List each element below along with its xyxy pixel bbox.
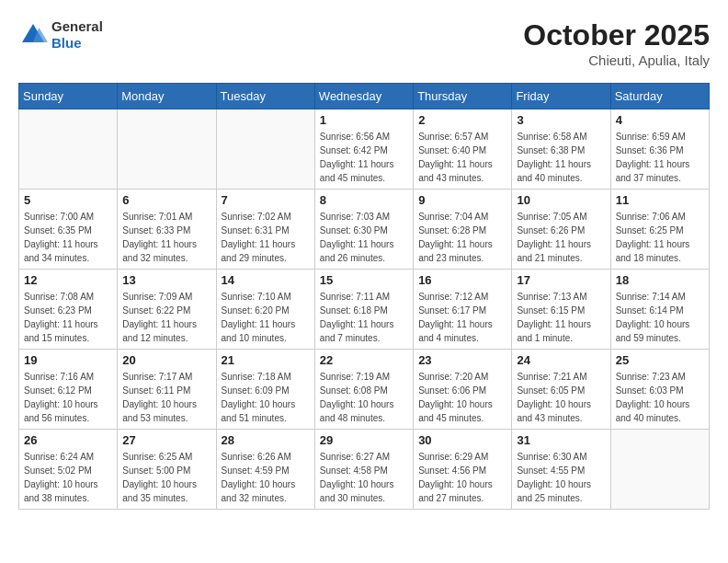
- weekday-header-thursday: Thursday: [414, 84, 512, 109]
- weekday-header-row: SundayMondayTuesdayWednesdayThursdayFrid…: [19, 84, 710, 109]
- calendar-cell: 18Sunrise: 7:14 AM Sunset: 6:14 PM Dayli…: [610, 270, 709, 350]
- day-number: 11: [616, 193, 704, 207]
- day-info: Sunrise: 7:14 AM Sunset: 6:14 PM Dayligh…: [616, 290, 704, 345]
- day-info: Sunrise: 7:11 AM Sunset: 6:18 PM Dayligh…: [320, 290, 408, 345]
- calendar-cell: 17Sunrise: 7:13 AM Sunset: 6:15 PM Dayli…: [512, 270, 610, 350]
- calendar-cell: 1Sunrise: 6:56 AM Sunset: 6:42 PM Daylig…: [314, 109, 413, 190]
- day-info: Sunrise: 6:29 AM Sunset: 4:56 PM Dayligh…: [418, 450, 506, 505]
- day-number: 6: [122, 193, 210, 207]
- location-subtitle: Chieuti, Apulia, Italy: [523, 52, 710, 68]
- day-number: 3: [517, 113, 605, 127]
- day-number: 19: [24, 353, 112, 367]
- day-info: Sunrise: 7:08 AM Sunset: 6:23 PM Dayligh…: [24, 290, 112, 345]
- day-info: Sunrise: 7:21 AM Sunset: 6:05 PM Dayligh…: [517, 370, 605, 425]
- calendar-cell: 26Sunrise: 6:24 AM Sunset: 5:02 PM Dayli…: [19, 430, 118, 510]
- day-number: 4: [616, 113, 704, 127]
- day-info: Sunrise: 7:23 AM Sunset: 6:03 PM Dayligh…: [616, 370, 704, 425]
- calendar-cell: 6Sunrise: 7:01 AM Sunset: 6:33 PM Daylig…: [118, 190, 216, 270]
- day-number: 20: [122, 353, 210, 367]
- day-number: 17: [517, 273, 605, 287]
- day-number: 15: [320, 273, 408, 287]
- calendar-cell: 12Sunrise: 7:08 AM Sunset: 6:23 PM Dayli…: [19, 270, 118, 350]
- day-number: 23: [418, 353, 506, 367]
- logo-icon: [18, 20, 48, 50]
- weekday-header-tuesday: Tuesday: [216, 84, 314, 109]
- calendar-table: SundayMondayTuesdayWednesdayThursdayFrid…: [18, 83, 710, 510]
- calendar-cell: 19Sunrise: 7:16 AM Sunset: 6:12 PM Dayli…: [19, 350, 118, 430]
- calendar-cell: 7Sunrise: 7:02 AM Sunset: 6:31 PM Daylig…: [216, 190, 314, 270]
- day-number: 21: [222, 353, 310, 367]
- day-number: 13: [122, 273, 210, 287]
- calendar-cell: 23Sunrise: 7:20 AM Sunset: 6:06 PM Dayli…: [414, 350, 512, 430]
- logo: General Blue: [18, 18, 103, 52]
- calendar-cell: 14Sunrise: 7:10 AM Sunset: 6:20 PM Dayli…: [216, 270, 314, 350]
- calendar-cell: 31Sunrise: 6:30 AM Sunset: 4:55 PM Dayli…: [512, 430, 610, 510]
- day-info: Sunrise: 6:30 AM Sunset: 4:55 PM Dayligh…: [517, 450, 605, 505]
- day-info: Sunrise: 6:59 AM Sunset: 6:36 PM Dayligh…: [616, 130, 704, 185]
- day-number: 24: [517, 353, 605, 367]
- day-info: Sunrise: 7:06 AM Sunset: 6:25 PM Dayligh…: [616, 210, 704, 265]
- calendar-cell: 24Sunrise: 7:21 AM Sunset: 6:05 PM Dayli…: [512, 350, 610, 430]
- calendar-cell: [19, 109, 118, 190]
- calendar-week-5: 26Sunrise: 6:24 AM Sunset: 5:02 PM Dayli…: [19, 430, 710, 510]
- day-info: Sunrise: 6:25 AM Sunset: 5:00 PM Dayligh…: [122, 450, 210, 505]
- weekday-header-sunday: Sunday: [19, 84, 118, 109]
- title-block: October 2025 Chieuti, Apulia, Italy: [523, 18, 710, 68]
- weekday-header-monday: Monday: [118, 84, 216, 109]
- day-info: Sunrise: 7:19 AM Sunset: 6:08 PM Dayligh…: [320, 370, 408, 425]
- weekday-header-saturday: Saturday: [610, 84, 709, 109]
- calendar-cell: 25Sunrise: 7:23 AM Sunset: 6:03 PM Dayli…: [610, 350, 709, 430]
- day-info: Sunrise: 7:17 AM Sunset: 6:11 PM Dayligh…: [122, 370, 210, 425]
- calendar-cell: 16Sunrise: 7:12 AM Sunset: 6:17 PM Dayli…: [414, 270, 512, 350]
- day-number: 30: [418, 433, 506, 447]
- calendar-cell: 22Sunrise: 7:19 AM Sunset: 6:08 PM Dayli…: [314, 350, 413, 430]
- day-info: Sunrise: 6:58 AM Sunset: 6:38 PM Dayligh…: [517, 130, 605, 185]
- day-info: Sunrise: 7:13 AM Sunset: 6:15 PM Dayligh…: [517, 290, 605, 345]
- calendar-cell: 4Sunrise: 6:59 AM Sunset: 6:36 PM Daylig…: [610, 109, 709, 190]
- page-header: General Blue October 2025 Chieuti, Apuli…: [18, 18, 710, 68]
- calendar-cell: 27Sunrise: 6:25 AM Sunset: 5:00 PM Dayli…: [118, 430, 216, 510]
- day-number: 7: [222, 193, 310, 207]
- calendar-cell: 13Sunrise: 7:09 AM Sunset: 6:22 PM Dayli…: [118, 270, 216, 350]
- calendar-week-2: 5Sunrise: 7:00 AM Sunset: 6:35 PM Daylig…: [19, 190, 710, 270]
- day-info: Sunrise: 7:01 AM Sunset: 6:33 PM Dayligh…: [122, 210, 210, 265]
- calendar-cell: 15Sunrise: 7:11 AM Sunset: 6:18 PM Dayli…: [314, 270, 413, 350]
- day-number: 5: [24, 193, 112, 207]
- day-number: 26: [24, 433, 112, 447]
- calendar-week-3: 12Sunrise: 7:08 AM Sunset: 6:23 PM Dayli…: [19, 270, 710, 350]
- day-info: Sunrise: 6:57 AM Sunset: 6:40 PM Dayligh…: [418, 130, 506, 185]
- day-info: Sunrise: 6:24 AM Sunset: 5:02 PM Dayligh…: [24, 450, 112, 505]
- weekday-header-friday: Friday: [512, 84, 610, 109]
- logo-blue-text: Blue: [51, 35, 103, 52]
- day-info: Sunrise: 7:04 AM Sunset: 6:28 PM Dayligh…: [418, 210, 506, 265]
- calendar-cell: 30Sunrise: 6:29 AM Sunset: 4:56 PM Dayli…: [414, 430, 512, 510]
- day-number: 22: [320, 353, 408, 367]
- calendar-week-1: 1Sunrise: 6:56 AM Sunset: 6:42 PM Daylig…: [19, 109, 710, 190]
- day-number: 31: [517, 433, 605, 447]
- day-info: Sunrise: 6:26 AM Sunset: 4:59 PM Dayligh…: [222, 450, 310, 505]
- calendar-cell: 3Sunrise: 6:58 AM Sunset: 6:38 PM Daylig…: [512, 109, 610, 190]
- calendar-cell: 20Sunrise: 7:17 AM Sunset: 6:11 PM Dayli…: [118, 350, 216, 430]
- logo-general-text: General: [51, 18, 103, 35]
- day-info: Sunrise: 7:02 AM Sunset: 6:31 PM Dayligh…: [222, 210, 310, 265]
- calendar-cell: 21Sunrise: 7:18 AM Sunset: 6:09 PM Dayli…: [216, 350, 314, 430]
- calendar-week-4: 19Sunrise: 7:16 AM Sunset: 6:12 PM Dayli…: [19, 350, 710, 430]
- logo-text: General Blue: [51, 18, 103, 52]
- day-number: 2: [418, 113, 506, 127]
- day-number: 9: [418, 193, 506, 207]
- calendar-cell: 5Sunrise: 7:00 AM Sunset: 6:35 PM Daylig…: [19, 190, 118, 270]
- day-number: 28: [222, 433, 310, 447]
- day-number: 10: [517, 193, 605, 207]
- calendar-cell: 10Sunrise: 7:05 AM Sunset: 6:26 PM Dayli…: [512, 190, 610, 270]
- month-year-title: October 2025: [523, 18, 710, 52]
- calendar-cell: 11Sunrise: 7:06 AM Sunset: 6:25 PM Dayli…: [610, 190, 709, 270]
- day-info: Sunrise: 7:00 AM Sunset: 6:35 PM Dayligh…: [24, 210, 112, 265]
- day-info: Sunrise: 7:20 AM Sunset: 6:06 PM Dayligh…: [418, 370, 506, 425]
- calendar-cell: 2Sunrise: 6:57 AM Sunset: 6:40 PM Daylig…: [414, 109, 512, 190]
- day-number: 16: [418, 273, 506, 287]
- day-info: Sunrise: 7:18 AM Sunset: 6:09 PM Dayligh…: [222, 370, 310, 425]
- day-number: 8: [320, 193, 408, 207]
- day-number: 25: [616, 353, 704, 367]
- calendar-cell: 29Sunrise: 6:27 AM Sunset: 4:58 PM Dayli…: [314, 430, 413, 510]
- day-info: Sunrise: 7:03 AM Sunset: 6:30 PM Dayligh…: [320, 210, 408, 265]
